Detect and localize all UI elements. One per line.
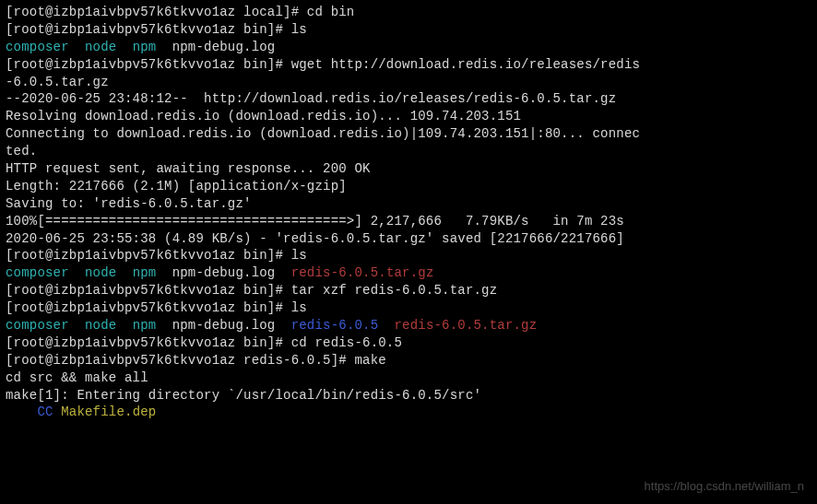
- terminal-text-segment: redis-6.0.5.tar.gz: [291, 265, 434, 280]
- terminal-line: 100%[===================================…: [6, 213, 811, 230]
- terminal-text-segment: make[1]: Entering directory `/usr/local/…: [6, 388, 481, 403]
- terminal-text-segment: composer: [6, 40, 69, 54]
- terminal-line: [root@izbp1aivbpv57k6tkvvo1az bin]# tar …: [6, 282, 811, 299]
- terminal-text-segment: [root@izbp1aivbpv57k6tkvvo1az bin]# ls: [6, 22, 307, 37]
- terminal-text-segment: node: [85, 40, 116, 54]
- terminal-text-segment: Resolving download.redis.io (download.re…: [6, 109, 521, 123]
- terminal-text-segment: npm: [133, 265, 157, 280]
- terminal-line: [root@izbp1aivbpv57k6tkvvo1az bin]# ls: [6, 247, 811, 264]
- terminal-line: --2020-06-25 23:48:12-- http://download.…: [6, 90, 811, 108]
- terminal-text-segment: composer: [6, 318, 69, 333]
- terminal-text-segment: node: [85, 265, 116, 280]
- terminal-text-segment: [69, 318, 85, 333]
- terminal-text-segment: [root@izbp1aivbpv57k6tkvvo1az bin]# cd r…: [6, 335, 402, 350]
- terminal-text-segment: node: [85, 318, 116, 333]
- terminal-text-segment: 2020-06-25 23:55:38 (4.89 KB/s) - 'redis…: [6, 231, 624, 246]
- terminal-line: [root@izbp1aivbpv57k6tkvvo1az bin]# ls: [6, 299, 811, 317]
- terminal-text-segment: cd src && make all: [6, 370, 148, 385]
- terminal-text-segment: Connecting to download.redis.io (downloa…: [6, 126, 640, 141]
- terminal-output: [root@izbp1aivbpv57k6tkvvo1az local]# cd…: [6, 4, 811, 421]
- terminal-line: Resolving download.redis.io (download.re…: [6, 108, 811, 125]
- terminal-text-segment: redis-6.0.5: [291, 318, 379, 333]
- terminal-line: composer node npm npm-debug.log: [6, 39, 811, 56]
- terminal-text-segment: [378, 318, 394, 333]
- terminal-line: Connecting to download.redis.io (downloa…: [6, 125, 811, 143]
- terminal-text-segment: [root@izbp1aivbpv57k6tkvvo1az bin]# ls: [6, 248, 307, 263]
- terminal-line: composer node npm npm-debug.log redis-6.…: [6, 317, 811, 334]
- terminal-text-segment: [root@izbp1aivbpv57k6tkvvo1az redis-6.0.…: [6, 353, 386, 368]
- terminal-line: HTTP request sent, awaiting response... …: [6, 160, 811, 178]
- terminal-text-segment: [53, 404, 62, 419]
- terminal-text-segment: [root@izbp1aivbpv57k6tkvvo1az bin]# tar …: [6, 283, 497, 298]
- terminal-text-segment: HTTP request sent, awaiting response... …: [6, 161, 371, 176]
- watermark-text: https://blog.csdn.net/william_n: [645, 478, 804, 495]
- terminal-text-segment: redis-6.0.5.tar.gz: [395, 318, 538, 333]
- terminal-line: composer node npm npm-debug.log redis-6.…: [6, 264, 811, 282]
- terminal-line: Length: 2217666 (2.1M) [application/x-gz…: [6, 178, 811, 195]
- terminal-text-segment: [69, 265, 85, 280]
- terminal-text-segment: [116, 40, 132, 54]
- terminal-text-segment: 100%[===================================…: [6, 214, 624, 229]
- terminal-line: CC Makefile.dep: [6, 404, 811, 421]
- terminal-text-segment: [69, 40, 85, 54]
- terminal-text-segment: npm-debug.log: [156, 40, 275, 54]
- terminal-line: [root@izbp1aivbpv57k6tkvvo1az bin]# ls: [6, 21, 811, 39]
- terminal-line: make[1]: Entering directory `/usr/local/…: [6, 387, 811, 404]
- terminal-text-segment: Saving to: 'redis-6.0.5.tar.gz': [6, 196, 252, 211]
- terminal-line: -6.0.5.tar.gz: [6, 74, 811, 91]
- terminal-text-segment: [6, 404, 37, 419]
- terminal-text-segment: npm-debug.log: [156, 318, 290, 333]
- terminal-text-segment: [root@izbp1aivbpv57k6tkvvo1az bin]# wget…: [6, 57, 640, 72]
- terminal-text-segment: Length: 2217666 (2.1M) [application/x-gz…: [6, 179, 347, 193]
- terminal-line: cd src && make all: [6, 369, 811, 387]
- terminal-text-segment: Makefile.dep: [61, 404, 156, 419]
- terminal-text-segment: composer: [6, 265, 69, 280]
- terminal-text-segment: [root@izbp1aivbpv57k6tkvvo1az bin]# ls: [6, 300, 307, 315]
- terminal-line: ted.: [6, 143, 811, 160]
- terminal-text-segment: CC: [37, 404, 53, 419]
- terminal-text-segment: ted.: [6, 144, 37, 158]
- terminal-text-segment: npm: [133, 318, 157, 333]
- terminal-line: [root@izbp1aivbpv57k6tkvvo1az bin]# cd r…: [6, 334, 811, 352]
- terminal-line: [root@izbp1aivbpv57k6tkvvo1az local]# cd…: [6, 4, 811, 21]
- terminal-text-segment: [116, 318, 132, 333]
- terminal-text-segment: [116, 265, 132, 280]
- terminal-line: 2020-06-25 23:55:38 (4.89 KB/s) - 'redis…: [6, 230, 811, 248]
- terminal-text-segment: -6.0.5.tar.gz: [6, 75, 109, 89]
- terminal-line: [root@izbp1aivbpv57k6tkvvo1az bin]# wget…: [6, 56, 811, 74]
- terminal-text-segment: npm-debug.log: [156, 265, 290, 280]
- terminal-line: [root@izbp1aivbpv57k6tkvvo1az redis-6.0.…: [6, 352, 811, 369]
- terminal-text-segment: npm: [133, 40, 157, 54]
- terminal-line: Saving to: 'redis-6.0.5.tar.gz': [6, 195, 811, 213]
- terminal-text-segment: [root@izbp1aivbpv57k6tkvvo1az local]# cd…: [6, 5, 354, 19]
- terminal-text-segment: --2020-06-25 23:48:12-- http://download.…: [6, 91, 616, 106]
